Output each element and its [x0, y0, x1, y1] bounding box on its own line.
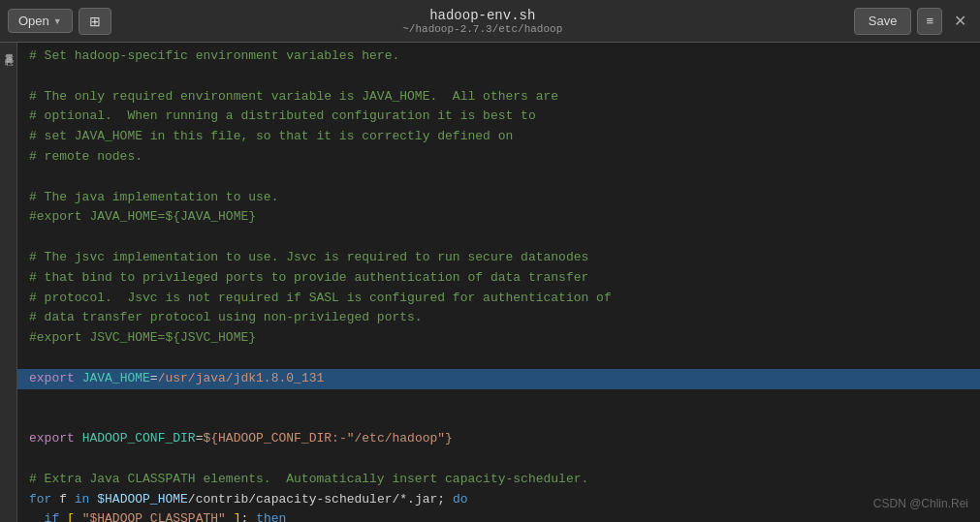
- menu-button[interactable]: ≡: [917, 8, 942, 35]
- watermark: CSDN @Chlin.Rei: [873, 497, 968, 510]
- icon-button[interactable]: ⊞: [79, 8, 111, 35]
- file-name: hadoop-env.sh: [111, 8, 854, 23]
- icon-btn-icon: ⊞: [89, 14, 101, 29]
- open-label: Open: [18, 14, 49, 28]
- title-center: hadoop-env.sh ~/hadoop-2.7.3/etc/hadoop: [111, 8, 854, 35]
- open-button[interactable]: Open ▼: [8, 9, 73, 33]
- title-bar-right: Save ≡ ✕: [854, 8, 972, 35]
- code-editor[interactable]: # Set hadoop-specific environment variab…: [17, 43, 980, 522]
- title-bar: Open ▼ ⊞ hadoop-env.sh ~/hadoop-2.7.3/et…: [0, 0, 980, 43]
- close-button[interactable]: ✕: [948, 10, 972, 33]
- title-bar-left: Open ▼ ⊞: [8, 8, 111, 35]
- tool-strip: 显示工具栏: [0, 43, 17, 522]
- save-button[interactable]: Save: [854, 8, 912, 35]
- open-dropdown-arrow: ▼: [53, 16, 62, 26]
- editor-container: 显示工具栏 # Set hadoop-specific environment …: [0, 43, 980, 522]
- menu-icon: ≡: [926, 14, 933, 28]
- code-content: # Set hadoop-specific environment variab…: [17, 46, 980, 522]
- tool-strip-label: 显示工具栏: [2, 46, 15, 51]
- file-path: ~/hadoop-2.7.3/etc/hadoop: [111, 23, 854, 35]
